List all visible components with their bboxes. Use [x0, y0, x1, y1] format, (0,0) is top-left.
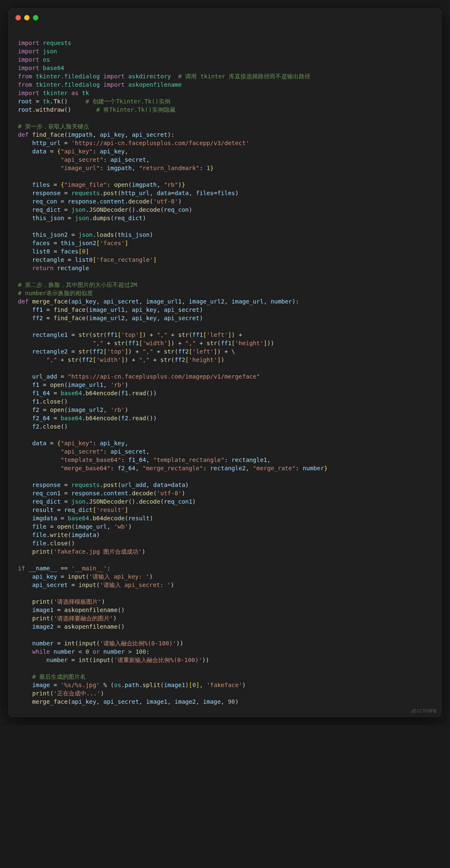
- zoom-icon[interactable]: [33, 15, 38, 20]
- watermark: @51CTO博客: [411, 708, 437, 714]
- titlebar: [9, 9, 441, 26]
- minimize-icon[interactable]: [24, 15, 30, 20]
- code-editor[interactable]: import requests import json import os im…: [9, 26, 441, 717]
- editor-window: import requests import json import os im…: [8, 8, 442, 717]
- close-icon[interactable]: [15, 15, 21, 20]
